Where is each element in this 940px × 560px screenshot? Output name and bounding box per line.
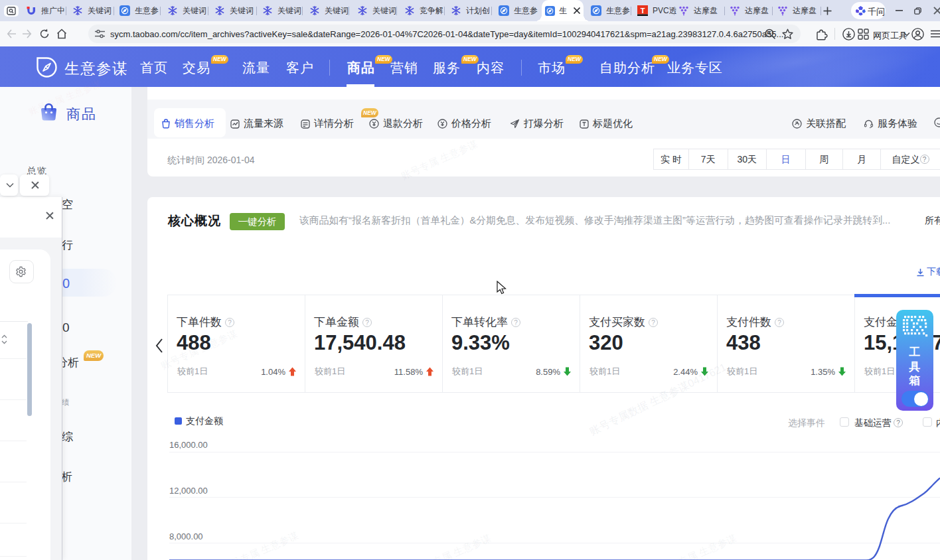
svg-text:T: T [641,7,645,15]
